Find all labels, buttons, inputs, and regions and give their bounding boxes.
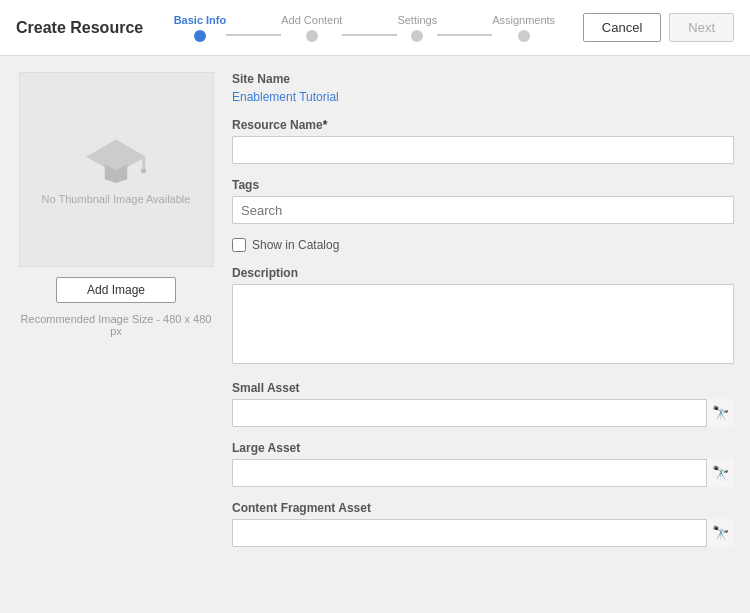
resource-name-input[interactable] <box>232 136 734 164</box>
small-asset-browse-button[interactable]: 🔭 <box>706 399 734 427</box>
description-group: Description <box>232 266 734 367</box>
wizard-step-1: Basic Info <box>174 14 227 42</box>
large-asset-input[interactable] <box>232 459 734 487</box>
right-panel: Site Name Enablement Tutorial Resource N… <box>232 72 734 561</box>
main-content: No Thumbnail Image Available Add Image R… <box>0 56 750 577</box>
site-name-group: Site Name Enablement Tutorial <box>232 72 734 104</box>
show-catalog-row: Show in Catalog <box>232 238 734 252</box>
page-title: Create Resource <box>16 19 146 37</box>
header-buttons: Cancel Next <box>583 13 734 42</box>
wizard-step-4: Assignments <box>492 14 555 42</box>
step-2-label: Add Content <box>281 14 342 26</box>
site-name-value: Enablement Tutorial <box>232 90 734 104</box>
show-in-catalog-checkbox[interactable] <box>232 238 246 252</box>
step-4-label: Assignments <box>492 14 555 26</box>
content-fragment-browse-button[interactable]: 🔭 <box>706 519 734 547</box>
content-fragment-group: Content Fragment Asset 🔭 <box>232 501 734 547</box>
small-asset-input-wrap: 🔭 <box>232 399 734 427</box>
step-3-label: Settings <box>397 14 437 26</box>
tags-search-input[interactable] <box>232 196 734 224</box>
graduation-cap-icon <box>86 135 146 185</box>
binoculars-icon-3: 🔭 <box>712 525 729 541</box>
tags-group: Tags <box>232 178 734 224</box>
large-asset-label: Large Asset <box>232 441 734 455</box>
large-asset-group: Large Asset 🔭 <box>232 441 734 487</box>
svg-marker-0 <box>86 139 146 173</box>
content-fragment-label: Content Fragment Asset <box>232 501 734 515</box>
small-asset-label: Small Asset <box>232 381 734 395</box>
wizard-step-2: Add Content <box>281 14 342 42</box>
left-panel: No Thumbnail Image Available Add Image R… <box>16 72 216 561</box>
no-thumbnail-text: No Thumbnail Image Available <box>42 193 191 205</box>
small-asset-input[interactable] <box>232 399 734 427</box>
step-1-label: Basic Info <box>174 14 227 26</box>
add-image-button[interactable]: Add Image <box>56 277 176 303</box>
wizard-steps: Basic Info Add Content Settings Assignme… <box>146 14 583 42</box>
step-line-1 <box>226 34 281 36</box>
large-asset-browse-button[interactable]: 🔭 <box>706 459 734 487</box>
step-2-dot <box>306 30 318 42</box>
svg-point-3 <box>141 168 146 173</box>
wizard-step-3: Settings <box>397 14 437 42</box>
resource-name-group: Resource Name <box>232 118 734 164</box>
site-name-label: Site Name <box>232 72 734 86</box>
binoculars-icon-2: 🔭 <box>712 465 729 481</box>
tags-label: Tags <box>232 178 734 192</box>
next-button[interactable]: Next <box>669 13 734 42</box>
step-1-dot <box>194 30 206 42</box>
binoculars-icon: 🔭 <box>712 405 729 421</box>
small-asset-group: Small Asset 🔭 <box>232 381 734 427</box>
thumbnail-box: No Thumbnail Image Available <box>19 72 214 267</box>
resource-name-label: Resource Name <box>232 118 734 132</box>
content-fragment-input-wrap: 🔭 <box>232 519 734 547</box>
header: Create Resource Basic Info Add Content S… <box>0 0 750 56</box>
large-asset-input-wrap: 🔭 <box>232 459 734 487</box>
step-line-3 <box>437 34 492 36</box>
description-label: Description <box>232 266 734 280</box>
step-4-dot <box>518 30 530 42</box>
step-line-2 <box>342 34 397 36</box>
cancel-button[interactable]: Cancel <box>583 13 661 42</box>
step-3-dot <box>411 30 423 42</box>
content-fragment-input[interactable] <box>232 519 734 547</box>
svg-rect-2 <box>142 156 145 170</box>
image-size-hint: Recommended Image Size - 480 x 480 px <box>16 313 216 337</box>
description-textarea[interactable] <box>232 284 734 364</box>
show-catalog-label: Show in Catalog <box>252 238 339 252</box>
